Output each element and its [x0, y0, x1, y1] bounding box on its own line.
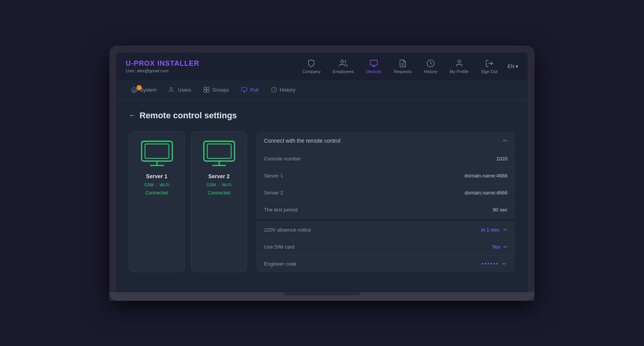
server-card-2: Server 2 GSM | Wi-Fi Connected	[191, 131, 247, 272]
svg-point-7	[170, 87, 172, 89]
server1-connections: GSM | Wi-Fi	[144, 182, 170, 187]
nav-item-employees[interactable]: Employees	[327, 56, 359, 77]
nav-item-company[interactable]: Company	[297, 56, 326, 77]
page-title: Remote control settings	[140, 111, 237, 121]
brand-title: U-PROX INSTALLER	[126, 60, 199, 68]
sub-nav-history[interactable]: History	[266, 84, 301, 95]
content-layout: Server 1 GSM | Wi-Fi Connected	[129, 131, 515, 272]
server2-name: Server 2	[208, 173, 230, 179]
sub-nav-groups[interactable]: Groups	[198, 84, 234, 95]
brand: U-PROX INSTALLER User: alex@gmail.com	[126, 60, 199, 73]
server2-connections: GSM | Wi-Fi	[206, 182, 232, 187]
nav-item-myprofile[interactable]: My Profile	[444, 56, 474, 77]
settings-section-title: Connect with the remote control ✏	[256, 131, 515, 150]
sub-nav: System 1 Users Groups	[116, 80, 528, 100]
nav-item-devices[interactable]: Devices	[361, 56, 387, 77]
settings-row-220v: 220V absence notice in 1 min. ✏	[256, 222, 515, 239]
laptop-base	[109, 292, 535, 301]
sub-nav-users[interactable]: Users	[164, 84, 196, 95]
top-nav-items: Company Employees De	[297, 56, 518, 77]
svg-point-5	[458, 60, 460, 63]
server2-status: Connected	[208, 190, 230, 196]
settings-row-server2: Server 2 domain.name:4666	[256, 184, 515, 201]
settings-row-simcard: Use SIM card Yes ✏	[256, 239, 515, 256]
edit-simcard-icon[interactable]: ✏	[503, 244, 508, 250]
svg-rect-10	[204, 90, 206, 92]
nav-item-history[interactable]: History	[419, 56, 443, 77]
sub-nav-system[interactable]: System 1	[126, 84, 162, 95]
settings-panel: Connect with the remote control ✏ Consol…	[256, 131, 515, 272]
sub-nav-pull[interactable]: Pull	[236, 84, 264, 95]
settings-row-console: Console number 1020	[256, 150, 515, 167]
svg-rect-8	[204, 87, 206, 89]
main-content: ← Remote control settings Server 1	[116, 100, 528, 283]
nav-item-signout[interactable]: Sign Out	[475, 56, 503, 77]
system-badge: 1	[136, 85, 142, 90]
server-card-1: Server 1 GSM | Wi-Fi Connected	[129, 131, 185, 272]
svg-point-0	[341, 60, 344, 63]
svg-rect-19	[207, 144, 231, 158]
settings-spacer	[256, 218, 515, 222]
settings-row-testperiod: The test period 90 sec	[256, 201, 515, 218]
svg-rect-12	[242, 87, 247, 91]
settings-row-engineer-code: Engineer code •••••• ✏	[256, 256, 515, 272]
svg-rect-1	[370, 60, 377, 65]
page-header: ← Remote control settings	[129, 111, 515, 121]
section-edit-icon[interactable]: ✏	[503, 138, 508, 144]
server-cards: Server 1 GSM | Wi-Fi Connected	[129, 131, 247, 272]
back-button[interactable]: ←	[129, 111, 136, 119]
nav-item-requests[interactable]: Requests	[388, 56, 417, 77]
server1-status: Connected	[145, 190, 168, 196]
edit-engineer-code-icon[interactable]: ✏	[502, 261, 508, 267]
svg-rect-11	[207, 90, 209, 92]
server1-name: Server 1	[146, 173, 167, 179]
edit-220v-icon[interactable]: ✏	[503, 227, 508, 233]
svg-rect-9	[207, 87, 209, 89]
settings-row-server1: Server 1 domain.name:4666	[256, 167, 515, 184]
svg-rect-15	[145, 144, 169, 158]
brand-user: User: alex@gmail.com	[126, 68, 199, 73]
lang-selector[interactable]: EN ▾	[508, 63, 518, 69]
